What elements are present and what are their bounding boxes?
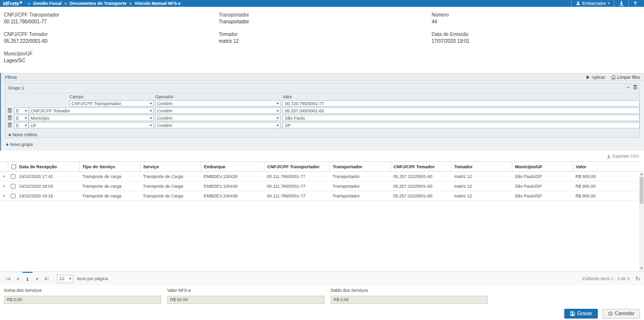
filter-value-input[interactable] — [282, 115, 640, 121]
expand-row-button[interactable]: + — [0, 172, 8, 181]
cell-tipo-servico: Transporte de carga — [79, 191, 140, 201]
cell-cnpj-transportador: 00.111.786/0001-77 — [264, 191, 330, 201]
new-criterion-button[interactable]: + Novo critério — [8, 132, 640, 137]
items-per-page-label: itens por página — [77, 276, 108, 281]
topbar-actions: Embarcador ▾ ? — [571, 0, 641, 7]
soma-servicos-field: Soma dos Serviços — [4, 288, 161, 304]
field-select[interactable]: Município▾ — [29, 115, 154, 121]
page-size-select[interactable]: 12 ▾ — [57, 275, 73, 283]
row-checkbox[interactable] — [11, 174, 16, 179]
logic-operator-select[interactable]: E▾ — [14, 115, 29, 121]
help-button[interactable]: ? — [628, 0, 641, 7]
operator-select[interactable]: Contém▾ — [155, 122, 280, 128]
delete-group-button[interactable] — [633, 85, 637, 89]
scrollbar-thumb[interactable] — [640, 177, 644, 204]
chevron-down-icon: ▾ — [277, 116, 278, 120]
info-field-municipio-uf: Município/UF Lages/SC — [4, 51, 219, 64]
row-checkbox[interactable] — [11, 184, 16, 189]
field-select[interactable]: UF▾ — [29, 122, 154, 128]
current-page-button[interactable]: 1 — [22, 272, 33, 285]
previous-page-button[interactable] — [13, 272, 22, 285]
refresh-button[interactable]: ↻ — [635, 276, 640, 282]
app-logo[interactable]: idFrete — [3, 1, 22, 6]
breadcrumb-item-gestao-fiscal[interactable]: Gestão Fiscal — [33, 1, 62, 6]
filter-value-input[interactable] — [282, 122, 640, 128]
column-header-cnpj-tomador[interactable]: CNPJ/CPF Tomador — [390, 162, 451, 172]
expand-row-button[interactable]: + — [0, 191, 8, 201]
download-button[interactable] — [614, 0, 628, 7]
operator-select[interactable]: Contém▾ — [155, 115, 280, 121]
filter-value-input[interactable] — [282, 100, 640, 107]
row-select-cell — [8, 181, 16, 191]
delete-criterion-button[interactable] — [8, 108, 12, 113]
select-all-checkbox[interactable] — [11, 164, 16, 169]
user-icon — [576, 1, 580, 6]
filter-value-input[interactable] — [282, 107, 640, 114]
chevron-down-icon: ▾ — [150, 124, 152, 127]
cancel-button[interactable]: Cancelar — [602, 309, 640, 319]
logic-operator-select[interactable]: E▾ — [14, 107, 29, 114]
chevron-down-icon: ▾ — [277, 109, 278, 113]
operator-select[interactable]: Contém▾ — [155, 100, 280, 107]
breadcrumb-item-vinculo-manual-nfse[interactable]: Vínculo Manual NFS-e — [135, 1, 181, 6]
filter-row: E▾ UF▾ Contém▾ — [5, 122, 640, 129]
table-row: + 19/10/2020 17:42 Transporte de carga T… — [0, 172, 639, 181]
collapse-group-button[interactable]: − — [627, 85, 630, 89]
export-csv-button[interactable]: Exportar CSV — [0, 151, 644, 161]
delete-criterion-button[interactable] — [8, 123, 12, 127]
column-header-transportador[interactable]: Transportador — [330, 162, 390, 172]
field-value: 17/07/2020 19:01 — [432, 38, 640, 44]
row-select-cell — [8, 172, 16, 181]
first-page-button[interactable] — [4, 272, 13, 285]
last-page-button[interactable] — [42, 272, 51, 285]
column-header-embarque[interactable]: Embarque — [201, 162, 264, 172]
expand-row-button[interactable]: + — [0, 181, 8, 191]
column-header-data-recepcao[interactable]: Data de Recepção — [16, 162, 79, 172]
field-label: Tomador — [219, 31, 432, 37]
new-group-button[interactable]: + Novo grupo — [6, 142, 640, 147]
trash-icon — [633, 85, 637, 89]
column-header-tomador[interactable]: Tomador — [451, 162, 512, 172]
chevron-down-icon: ▾ — [277, 102, 278, 106]
apply-filter-button[interactable]: Aplicar — [586, 75, 605, 80]
clear-filter-button[interactable]: Limpar filtro — [611, 75, 640, 80]
table-row: + 19/10/2020 18:03 Transporte de carga T… — [0, 181, 639, 191]
scroll-up-arrow-icon[interactable] — [640, 173, 643, 175]
field-select[interactable]: CNPJ/CPF Tomador▾ — [29, 107, 154, 114]
table-row: + 19/10/2020 18:15 Transporte de carga T… — [0, 191, 639, 201]
info-field-cnpj-transportador: CNPJ/CPF Transportador 00.111.786/0001-7… — [4, 12, 219, 25]
column-header-tipo-servico[interactable]: Tipo do Serviço — [79, 162, 140, 172]
logic-operator-select[interactable]: E▾ — [14, 122, 29, 128]
cell-municipio-uf: São Paulo/SP — [512, 191, 573, 201]
form-actions: Gravar Cancelar — [0, 304, 644, 319]
column-header-municipio-uf[interactable]: Município/UF — [512, 162, 573, 172]
field-select[interactable]: CNPJ/CPF Transportador▾ — [70, 100, 154, 107]
filter-group-panel: Grupo 1 − Campo Operador Valor CNPJ/CPF … — [5, 83, 640, 138]
user-menu[interactable]: Embarcador ▾ — [571, 0, 614, 7]
row-checkbox[interactable] — [11, 194, 16, 198]
seek-first-icon — [6, 277, 11, 281]
seek-last-icon — [44, 277, 49, 281]
trash-icon — [8, 123, 12, 127]
cell-embarque: EMBDEV.100436 — [201, 181, 264, 191]
cell-tipo-servico: Transporte de carga — [79, 172, 140, 181]
cell-servico: Transporte de Carga — [140, 181, 201, 191]
breadcrumb-item-documentos-transporte[interactable]: Documentos do Transporte — [70, 1, 126, 6]
vertical-scrollbar[interactable] — [639, 171, 644, 271]
next-page-button[interactable] — [33, 272, 42, 285]
filter-row: CNPJ/CPF Transportador▾ Contém▾ — [5, 100, 640, 107]
info-field-transportador: Transportador Transportador — [219, 12, 432, 25]
scroll-down-arrow-icon[interactable] — [640, 267, 643, 269]
plus-icon: + — [8, 133, 11, 137]
delete-criterion-button[interactable] — [8, 115, 12, 120]
cell-cnpj-transportador: 00.111.786/0001-77 — [264, 181, 330, 191]
operador-column-label: Operador — [155, 94, 174, 99]
save-button[interactable]: Gravar — [564, 309, 598, 319]
column-header-servico[interactable]: Serviço — [140, 162, 201, 172]
data-grid: Data de Recepção Tipo do Serviço Serviço… — [0, 161, 644, 271]
column-header-valor[interactable]: Valor — [573, 162, 639, 172]
operator-select[interactable]: Contém▾ — [155, 107, 280, 114]
chevron-down-icon: ▾ — [70, 277, 71, 281]
column-header-cnpj-transportador[interactable]: CNPJ/CPF Transportador — [264, 162, 330, 172]
saldo-servicos-value — [331, 296, 488, 304]
